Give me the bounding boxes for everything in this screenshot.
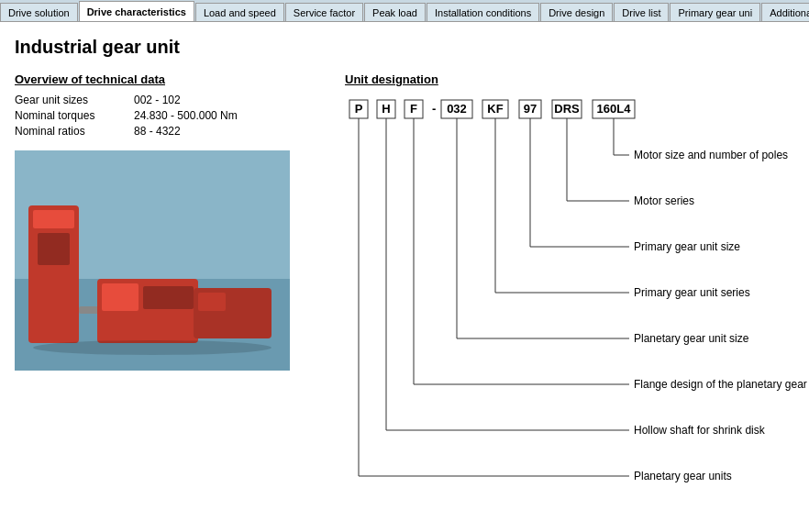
svg-rect-7 xyxy=(102,283,139,311)
svg-text:160L4: 160L4 xyxy=(597,102,632,116)
svg-rect-4 xyxy=(38,233,70,265)
overview-title: Overview of technical data xyxy=(15,72,327,86)
content-area: Overview of technical data Gear unit siz… xyxy=(15,72,794,532)
table-row: Nominal torques 24.830 - 500.000 Nm xyxy=(15,109,327,122)
svg-text:F: F xyxy=(410,102,417,116)
tab-drive-characteristics[interactable]: Drive characteristics xyxy=(79,1,194,21)
svg-text:P: P xyxy=(355,102,363,116)
value-nominal-ratios: 88 - 4322 xyxy=(134,125,181,138)
label-nominal-ratios: Nominal ratios xyxy=(15,125,134,138)
tab-service-factor[interactable]: Service factor xyxy=(285,3,363,21)
svg-text:Primary gear unit size: Primary gear unit size xyxy=(634,240,740,253)
table-row: Nominal ratios 88 - 4322 xyxy=(15,125,327,138)
svg-rect-8 xyxy=(143,286,194,309)
label-gear-unit-sizes: Gear unit sizes xyxy=(15,94,134,106)
label-nominal-torques: Nominal torques xyxy=(15,109,134,122)
svg-text:Primary gear unit series: Primary gear unit series xyxy=(634,286,750,299)
svg-text:Planetary gear unit size: Planetary gear unit size xyxy=(634,332,749,345)
svg-text:Motor size and number of poles: Motor size and number of poles xyxy=(634,149,788,161)
tab-drive-design[interactable]: Drive design xyxy=(540,3,613,21)
tab-load-and-speed[interactable]: Load and speed xyxy=(195,3,284,21)
svg-text:Planetary gear units: Planetary gear units xyxy=(634,470,732,482)
page-title: Industrial gear unit xyxy=(15,37,794,58)
left-panel: Overview of technical data Gear unit siz… xyxy=(15,72,327,532)
gear-unit-image xyxy=(15,150,290,371)
tab-drive-list[interactable]: Drive list xyxy=(614,3,669,21)
svg-text:H: H xyxy=(382,102,390,116)
designation-diagram: P H F - 032 KF 97 DRS xyxy=(345,95,809,532)
technical-data-table: Gear unit sizes 002 - 102 Nominal torque… xyxy=(15,94,327,138)
value-nominal-torques: 24.830 - 500.000 Nm xyxy=(134,109,238,122)
main-content: Industrial gear unit Overview of technic… xyxy=(0,22,809,532)
svg-text:032: 032 xyxy=(447,102,467,116)
value-gear-unit-sizes: 002 - 102 xyxy=(134,94,181,106)
svg-point-12 xyxy=(33,340,272,355)
tab-drive-solution[interactable]: Drive solution xyxy=(0,3,78,21)
svg-text:KF: KF xyxy=(487,102,503,116)
svg-text:Motor series: Motor series xyxy=(634,194,694,207)
table-row: Gear unit sizes 002 - 102 xyxy=(15,94,327,106)
right-panel: Unit designation P H F - 032 xyxy=(345,72,809,532)
tab-primary-gear-unit[interactable]: Primary gear uni xyxy=(670,3,760,21)
tab-bar: Drive solution Drive characteristics Loa… xyxy=(0,0,809,22)
svg-text:97: 97 xyxy=(524,102,537,116)
svg-rect-3 xyxy=(33,210,74,228)
tab-peak-load[interactable]: Peak load xyxy=(364,3,426,21)
tab-installation-conditions[interactable]: Installation conditions xyxy=(427,3,539,21)
svg-rect-11 xyxy=(198,293,226,311)
unit-designation-title: Unit designation xyxy=(345,72,809,86)
svg-text:DRS: DRS xyxy=(554,102,580,116)
svg-text:Flange design of the planetary: Flange design of the planetary gear unit xyxy=(634,378,809,391)
tab-additional-forces[interactable]: Additional forces xyxy=(761,3,809,21)
svg-text:Hollow shaft for shrink disk: Hollow shaft for shrink disk xyxy=(634,424,766,437)
svg-text:-: - xyxy=(432,102,436,116)
